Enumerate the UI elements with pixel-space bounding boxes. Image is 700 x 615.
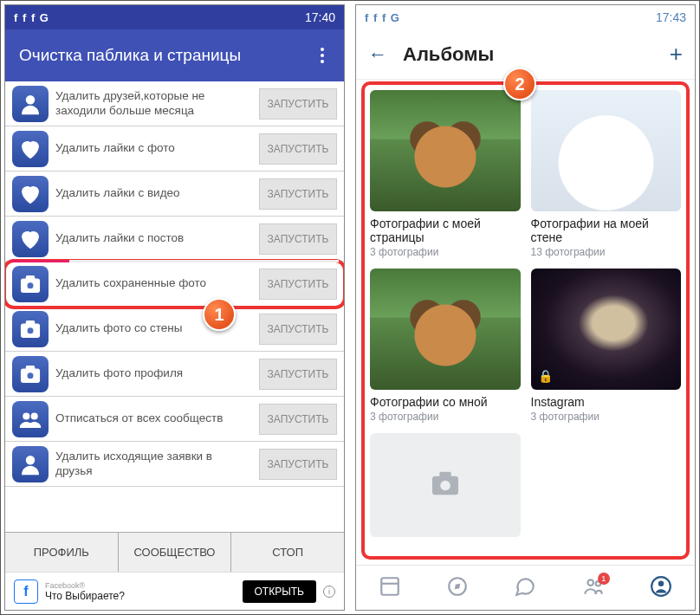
album-item[interactable]: Фотографии на моей стене13 фотографии (531, 90, 682, 258)
album-thumbnail[interactable] (370, 433, 521, 537)
tab-newsfeed-icon[interactable] (379, 575, 401, 601)
ad-text: Facebook® Что Выбираете? (45, 581, 236, 602)
status-icons: f f f G (365, 11, 400, 24)
album-thumbnail[interactable] (370, 90, 521, 211)
status-icons: f f f G (14, 11, 49, 24)
tab-bar: 1 (356, 565, 695, 610)
camera-icon (428, 466, 463, 504)
add-icon[interactable]: + (670, 41, 683, 68)
svg-point-12 (26, 456, 34, 463)
svg-marker-19 (455, 583, 461, 589)
album-title: Instagram (531, 395, 682, 409)
list-item-label: Удалить лайки с видео (55, 186, 252, 200)
heart-icon (12, 221, 49, 257)
ad-open-button[interactable]: ОТКРЫТЬ (243, 580, 317, 603)
person-icon (12, 446, 49, 482)
list-item-label: Удалить сохраненные фото (55, 276, 252, 290)
camera-icon (12, 356, 49, 392)
album-item[interactable]: 🔒Instagram3 фотографии (531, 269, 682, 423)
svg-point-10 (23, 413, 29, 419)
list-item: Удалить лайки с видеоЗАПУСТИТЬ (5, 172, 344, 217)
camera-icon (12, 266, 49, 302)
tab-discover-icon[interactable] (446, 575, 469, 601)
page-title: Альбомы (403, 43, 654, 66)
list-item-label: Удалить лайки с фото (55, 141, 252, 155)
profile-button[interactable]: ПРОФИЛЬ (5, 533, 119, 572)
ad-info-icon[interactable]: i (323, 586, 335, 598)
menu-icon[interactable] (314, 45, 330, 66)
run-button[interactable]: ЗАПУСТИТЬ (259, 404, 337, 435)
list-item: Отписаться от всех сообществЗАПУСТИТЬ (5, 397, 344, 442)
community-button[interactable]: СООБЩЕСТВО (119, 533, 232, 572)
album-count: 3 фотографии (370, 246, 521, 258)
camera-icon (12, 311, 49, 347)
list-item-label: Удалить фото профиля (55, 366, 252, 380)
album-item[interactable]: Фотографии со мной3 фотографии (370, 269, 521, 423)
action-list: Удалить друзей,которые не заходили больш… (5, 81, 344, 532)
list-item-label: Удалить друзей,которые не заходили больш… (55, 89, 252, 117)
lock-icon: 🔒 (538, 369, 553, 383)
run-button[interactable]: ЗАПУСТИТЬ (259, 223, 337, 255)
svg-rect-15 (439, 472, 450, 478)
bottom-toolbar: ПРОФИЛЬ СООБЩЕСТВО СТОП (5, 532, 344, 572)
albums-grid: Фотографии с моей страницы3 фотографииФо… (361, 81, 690, 560)
album-title: Фотографии со мной (370, 395, 521, 409)
stop-button[interactable]: СТОП (231, 533, 344, 572)
group-icon (12, 401, 49, 437)
run-button[interactable]: ЗАПУСТИТЬ (259, 269, 337, 300)
status-time: 17:40 (305, 10, 335, 24)
person-icon (12, 86, 49, 122)
svg-point-8 (27, 372, 34, 379)
run-button[interactable]: ЗАПУСТИТЬ (259, 88, 337, 120)
svg-rect-9 (26, 366, 34, 370)
list-item-label: Удалить исходящие заявки в друзья (55, 450, 252, 477)
album-thumbnail[interactable] (531, 90, 682, 211)
left-screen: f f f G 17:40 Очистка паблика и страницы… (4, 4, 345, 611)
status-bar: f f f G 17:43 (356, 5, 695, 29)
svg-point-5 (27, 327, 34, 333)
run-button[interactable]: ЗАПУСТИТЬ (259, 133, 337, 165)
album-title: Фотографии с моей страницы (370, 217, 521, 244)
list-item: Удалить лайки с фотоЗАПУСТИТЬ (5, 126, 344, 172)
album-item[interactable] (370, 433, 521, 537)
page-title: Очистка паблика и страницы (19, 46, 241, 65)
notification-badge: 1 (598, 573, 610, 585)
run-button[interactable]: ЗАПУСТИТЬ (259, 314, 337, 345)
list-item: Удалить исходящие заявки в друзьяЗАПУСТИ… (5, 442, 344, 487)
ad-banner[interactable]: f Facebook® Что Выбираете? ОТКРЫТЬ i (5, 572, 344, 610)
tab-profile-icon[interactable] (650, 575, 672, 601)
svg-point-20 (587, 579, 593, 586)
svg-rect-6 (26, 320, 34, 325)
status-bar: f f f G 17:40 (5, 5, 344, 29)
tab-messages-icon[interactable] (514, 575, 536, 601)
list-item: Удалить друзей,которые не заходили больш… (5, 81, 344, 126)
album-count: 13 фотографии (531, 246, 682, 258)
album-count: 3 фотографии (531, 411, 682, 423)
album-thumbnail[interactable]: 🔒 (531, 269, 682, 390)
right-screen: f f f G 17:43 ← Альбомы + Фотографии с м… (355, 4, 696, 611)
heart-icon (12, 176, 49, 212)
list-item-label: Удалить лайки с постов (55, 231, 252, 245)
album-thumbnail[interactable] (370, 269, 521, 390)
list-item: Удалить лайки с постовЗАПУСТИТЬ (5, 217, 344, 262)
album-count: 3 фотографии (370, 411, 521, 423)
list-item: Удалить фото профиляЗАПУСТИТЬ (5, 352, 344, 397)
list-item-label: Отписаться от всех сообществ (55, 411, 252, 425)
callout-badge-1: 1 (203, 298, 236, 331)
run-button[interactable]: ЗАПУСТИТЬ (259, 359, 337, 390)
run-button[interactable]: ЗАПУСТИТЬ (259, 449, 337, 480)
album-item[interactable]: Фотографии с моей страницы3 фотографии (370, 90, 521, 258)
list-item: Удалить фото со стеныЗАПУСТИТЬ (5, 307, 344, 352)
svg-point-2 (27, 282, 34, 288)
run-button[interactable]: ЗАПУСТИТЬ (259, 178, 337, 210)
heart-icon (12, 131, 49, 167)
callout-badge-2: 2 (503, 68, 536, 100)
svg-rect-3 (26, 275, 34, 280)
svg-point-11 (31, 413, 37, 419)
svg-point-14 (440, 481, 450, 491)
status-time: 17:43 (656, 10, 686, 24)
back-icon[interactable]: ← (368, 43, 387, 66)
tab-friends-icon[interactable]: 1 (582, 575, 605, 601)
album-title: Фотографии на моей стене (531, 217, 682, 244)
svg-point-0 (26, 95, 34, 103)
